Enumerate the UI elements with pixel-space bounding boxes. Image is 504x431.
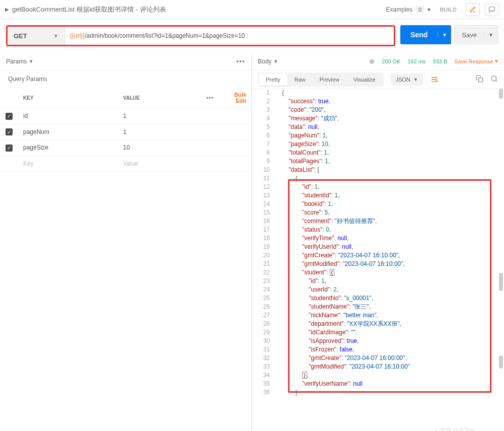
more-icon[interactable]: ••• bbox=[206, 94, 214, 101]
save-response-link[interactable]: Save Response ▾ bbox=[454, 58, 498, 64]
bulk-edit-link[interactable]: Bulk Edit bbox=[234, 92, 246, 104]
view-tab-pretty[interactable]: Pretty bbox=[259, 74, 287, 86]
chevron-down-icon: ▾ bbox=[427, 6, 430, 13]
view-tab-preview[interactable]: Preview bbox=[313, 74, 346, 86]
params-table: KEY VALUE ••• Bulk Edit ✓ id 1 ✓ pageNum… bbox=[0, 88, 251, 172]
chevron-down-icon: ▾ bbox=[495, 58, 498, 64]
checkbox[interactable]: ✓ bbox=[6, 128, 13, 135]
param-row: ✓ pageNum 1 bbox=[0, 124, 251, 140]
comment-icon[interactable] bbox=[485, 3, 499, 16]
key-header: KEY bbox=[18, 88, 118, 108]
globe-icon[interactable]: ⊕ bbox=[369, 57, 375, 65]
query-params-label: Query Params bbox=[0, 70, 251, 88]
more-icon[interactable]: ••• bbox=[236, 57, 245, 65]
param-value-placeholder[interactable]: Value bbox=[118, 156, 252, 171]
param-value[interactable]: 1 bbox=[118, 124, 252, 140]
svg-point-1 bbox=[491, 76, 496, 81]
param-value[interactable]: 1 bbox=[118, 108, 252, 124]
param-value[interactable]: 10 bbox=[118, 140, 252, 156]
param-row-ghost: Key Value bbox=[0, 156, 251, 171]
body-tab[interactable]: Body ▼ bbox=[258, 58, 278, 65]
view-tab-raw[interactable]: Raw bbox=[287, 74, 313, 86]
send-button[interactable]: Send ▾ bbox=[400, 25, 451, 44]
view-tab-visualize[interactable]: Visualize bbox=[346, 74, 383, 86]
checkbox[interactable]: ✓ bbox=[6, 113, 13, 120]
format-select[interactable]: JSON ▼ bbox=[391, 74, 423, 86]
edit-icon[interactable] bbox=[466, 3, 480, 16]
param-key[interactable]: pageSize bbox=[18, 140, 118, 156]
caret-right-icon[interactable]: ▶ bbox=[5, 7, 9, 12]
chevron-down-icon: ▼ bbox=[53, 33, 58, 39]
param-key-placeholder[interactable]: Key bbox=[18, 156, 118, 171]
checkbox[interactable]: ✓ bbox=[6, 145, 13, 152]
param-key[interactable]: id bbox=[18, 108, 118, 124]
copy-icon[interactable] bbox=[476, 75, 483, 84]
value-header: VALUE bbox=[118, 88, 192, 108]
view-mode-tabs: Pretty Raw Preview Visualize bbox=[258, 73, 384, 87]
wrap-lines-icon[interactable] bbox=[428, 73, 441, 86]
response-size: 933 B bbox=[433, 58, 448, 64]
request-title: getBookCommentList 根据id获取图书详情 - 评论列表 bbox=[12, 5, 166, 14]
search-icon[interactable] bbox=[490, 75, 498, 84]
save-button[interactable]: Save ▾ bbox=[454, 25, 498, 44]
params-tab[interactable]: Params ▼ bbox=[6, 58, 33, 65]
chevron-down-icon: ▼ bbox=[29, 59, 33, 64]
response-time: 192 ms bbox=[408, 58, 426, 64]
send-dropdown[interactable]: ▾ bbox=[438, 31, 451, 38]
examples-dropdown[interactable]: Examples 0 ▾ bbox=[386, 6, 431, 13]
response-body[interactable]: 1{2 "success": true,3 "code": "200",4 "m… bbox=[252, 89, 504, 431]
url-field[interactable]: {{url}}/admin/book/comment/list?id=1&pag… bbox=[65, 27, 394, 45]
build-button[interactable]: BUILD bbox=[436, 5, 461, 15]
param-key[interactable]: pageNum bbox=[18, 124, 118, 140]
chevron-down-icon: ▼ bbox=[413, 77, 418, 82]
save-dropdown[interactable]: ▾ bbox=[484, 31, 497, 38]
url-input-group: GET ▼ {{url}}/admin/book/comment/list?id… bbox=[6, 25, 395, 46]
status-code: 200 OK bbox=[382, 58, 400, 64]
chevron-down-icon: ▼ bbox=[273, 59, 278, 64]
watermark: CSDN @天罡gg bbox=[436, 426, 476, 431]
param-row: ✓ pageSize 10 bbox=[0, 140, 251, 156]
method-select[interactable]: GET ▼ bbox=[8, 27, 65, 45]
svg-rect-0 bbox=[479, 78, 483, 82]
param-row: ✓ id 1 bbox=[0, 108, 251, 124]
